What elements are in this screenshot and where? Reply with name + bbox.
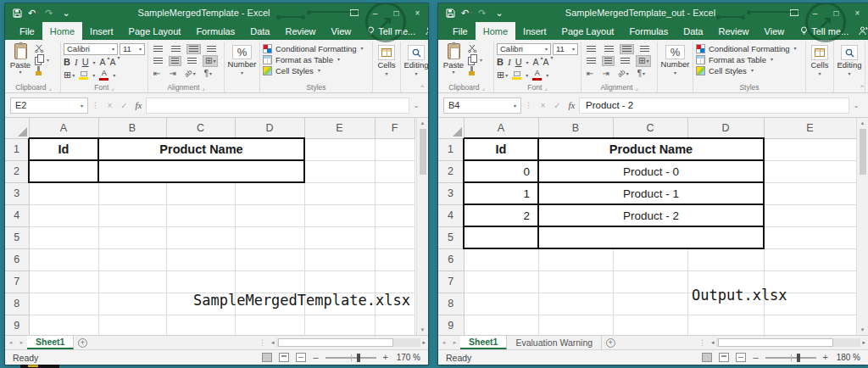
tab-data[interactable]: Data	[242, 22, 277, 40]
tab-formulas[interactable]: Formulas	[621, 22, 676, 40]
row-header-9[interactable]: 9	[5, 315, 29, 335]
font-family-select[interactable]: Calibri▾	[497, 43, 551, 55]
tell-me-box[interactable]: Tell me...	[800, 22, 849, 40]
align-top-button[interactable]	[151, 44, 165, 54]
italic-button[interactable]: I	[75, 58, 78, 67]
cell-B5[interactable]	[538, 226, 764, 248]
underline-button[interactable]: U	[82, 58, 89, 67]
format-painter-button[interactable]	[35, 66, 43, 76]
cell-A3[interactable]: 1	[464, 182, 538, 204]
scroll-left-icon[interactable]: ◂	[711, 339, 715, 346]
sheet-nav-left-icon[interactable]: ◂	[5, 336, 16, 349]
align-left-button[interactable]	[584, 56, 598, 66]
cell-A1[interactable]: Id	[464, 138, 538, 160]
text-direction-button[interactable]: ¶▾	[202, 68, 214, 80]
cell-D6[interactable]	[235, 248, 304, 270]
zoom-out-icon[interactable]: –	[753, 353, 758, 362]
zoom-slider-thumb[interactable]	[797, 354, 800, 362]
cancel-icon[interactable]: ×	[536, 101, 550, 110]
format-as-table-button[interactable]: Format as Table▾	[696, 55, 803, 65]
sheet-nav-left-icon[interactable]: ◂	[438, 336, 449, 349]
increase-font-button[interactable]: A▴	[533, 58, 539, 67]
number-format-button[interactable]: % Number ▾	[660, 43, 690, 76]
cut-button[interactable]	[35, 44, 44, 53]
decrease-font-button[interactable]: A▾	[543, 58, 549, 67]
cell-C4[interactable]	[166, 204, 235, 226]
page-break-view-icon[interactable]	[736, 353, 746, 362]
align-center-button[interactable]	[602, 56, 615, 66]
cell-E5[interactable]	[304, 226, 375, 248]
redo-icon[interactable]: ↷▾	[45, 8, 56, 18]
cell-C6[interactable]	[613, 248, 687, 270]
cell-A2[interactable]	[29, 160, 98, 182]
cell-D5[interactable]	[235, 226, 304, 248]
align-center-button[interactable]	[169, 56, 181, 66]
cell-C3[interactable]	[166, 182, 235, 204]
underline-dropdown-icon[interactable]: ▾	[93, 60, 96, 65]
redo-icon[interactable]: ↷▾	[478, 8, 489, 18]
save-icon[interactable]	[13, 8, 22, 18]
formula-bar-grip[interactable]: ⋮	[88, 101, 103, 109]
align-bottom-button[interactable]	[186, 44, 201, 54]
cell-E5[interactable]	[764, 226, 856, 248]
editing-button[interactable]: Editing ▾	[837, 43, 862, 77]
normal-view-icon[interactable]	[262, 353, 272, 362]
borders-button[interactable]: ⊞▾	[497, 70, 508, 80]
scroll-down-icon[interactable]: ▼	[420, 327, 426, 332]
cell-C9[interactable]	[613, 315, 687, 335]
cell-A3[interactable]	[29, 182, 98, 204]
format-as-table-button[interactable]: Format as Table▾	[263, 55, 370, 65]
cell-B9[interactable]	[538, 315, 613, 335]
cell-B2[interactable]	[98, 160, 304, 182]
maximize-button[interactable]: □	[386, 3, 407, 22]
cut-button[interactable]	[468, 44, 477, 53]
conditional-formatting-button[interactable]: Conditional Formatting▾	[696, 44, 803, 54]
cell-B1[interactable]: Product Name	[98, 138, 304, 160]
select-all-corner[interactable]	[5, 118, 29, 138]
cell-E2[interactable]	[764, 160, 856, 182]
cell-A9[interactable]	[29, 315, 98, 335]
col-header-E[interactable]: E	[304, 118, 375, 138]
name-box-dropdown-icon[interactable]: ▾	[514, 103, 516, 109]
cell-B1[interactable]: Product Name	[538, 138, 764, 160]
cell-B8[interactable]	[98, 293, 166, 315]
formula-input[interactable]: Product - 2	[579, 98, 849, 114]
cell-E1[interactable]	[304, 138, 375, 160]
fill-color-button[interactable]	[79, 71, 88, 80]
row-header-6[interactable]: 6	[438, 248, 464, 270]
page-layout-view-icon[interactable]	[279, 353, 289, 362]
vertical-scrollbar[interactable]: ▲ ▼	[856, 118, 868, 335]
cell-F2[interactable]	[375, 160, 415, 182]
align-right-button[interactable]	[618, 56, 632, 66]
number-format-button[interactable]: % Number ▾	[227, 43, 257, 76]
cell-A1[interactable]: Id	[29, 138, 98, 160]
cell-C8[interactable]	[613, 293, 687, 315]
sheet-nav-right-icon[interactable]: ▸	[16, 336, 27, 349]
cell-E6[interactable]	[304, 248, 375, 270]
normal-view-icon[interactable]	[702, 353, 712, 362]
page-break-view-icon[interactable]	[296, 353, 306, 362]
cell-E9[interactable]	[304, 315, 375, 335]
row-header-1[interactable]: 1	[438, 138, 464, 160]
underline-button[interactable]: U	[515, 58, 522, 67]
tab-home[interactable]: Home	[476, 22, 515, 40]
decrease-indent-button[interactable]: ⇤	[584, 68, 596, 80]
editing-button[interactable]: Editing ▾	[403, 43, 428, 77]
row-header-2[interactable]: 2	[5, 160, 29, 182]
maximize-button[interactable]: □	[826, 3, 847, 22]
cell-A8[interactable]	[29, 293, 98, 315]
tab-page-layout[interactable]: Page Layout	[121, 22, 189, 40]
enter-icon[interactable]: ✓	[117, 101, 131, 110]
cell-B8[interactable]	[538, 293, 613, 315]
scrollbar-grip[interactable]: ⋮	[256, 336, 269, 349]
new-sheet-button[interactable]: +	[602, 336, 619, 349]
wrap-text-button[interactable]	[204, 44, 219, 54]
page-layout-view-icon[interactable]	[719, 353, 729, 362]
cell-B4[interactable]	[98, 204, 166, 226]
cell-styles-button[interactable]: Cell Styles▾	[696, 66, 803, 76]
row-header-9[interactable]: 9	[438, 315, 464, 335]
cell-B2[interactable]: Product - 0	[538, 160, 764, 182]
cell-C9[interactable]	[166, 315, 235, 335]
sheet-nav-right-icon[interactable]: ▸	[449, 336, 460, 349]
cell-A4[interactable]	[29, 204, 98, 226]
